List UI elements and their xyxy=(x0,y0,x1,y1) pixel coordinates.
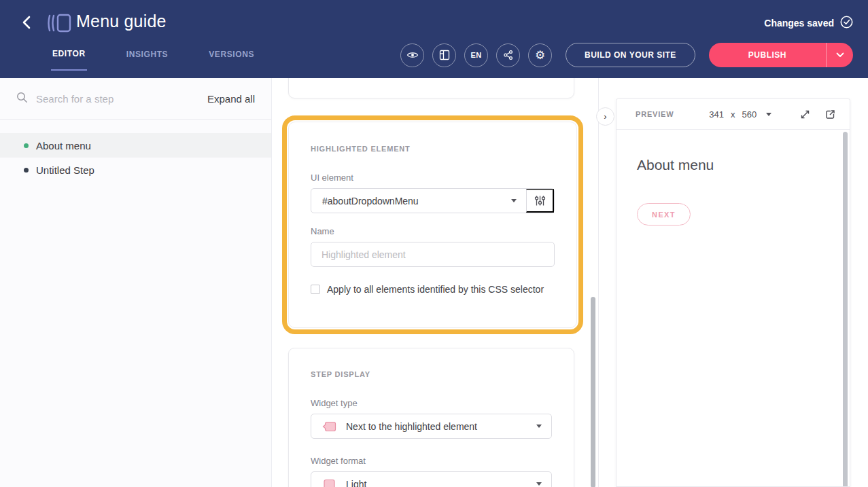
editor-scrollbar[interactable] xyxy=(591,297,595,487)
widget-format-select[interactable]: Light xyxy=(311,471,552,487)
preview-header: PREVIEW 341 x 560 xyxy=(617,99,850,130)
app-header: Menu guide Changes saved EDITOR INSIGHTS… xyxy=(0,0,868,78)
share-icon[interactable] xyxy=(496,43,520,67)
gear-icon[interactable]: ⚙ xyxy=(528,43,552,67)
save-status: Changes saved xyxy=(764,16,853,31)
previous-settings-card xyxy=(288,78,574,98)
step-list: About menu Untitled Step xyxy=(0,120,271,182)
widget-format-label: Widget format xyxy=(311,456,552,466)
language-button[interactable]: EN xyxy=(464,43,488,67)
chevron-down-icon xyxy=(536,425,542,428)
highlighted-element-card: HIGHLIGHTED ELEMENT UI element #aboutDro… xyxy=(288,122,577,328)
step-status-dot xyxy=(24,143,29,148)
expand-all-button[interactable]: Expand all xyxy=(207,93,255,105)
step-status-dot xyxy=(24,168,29,173)
ui-element-label: UI element xyxy=(311,173,555,183)
apply-all-checkbox-row[interactable]: Apply to all elements identified by this… xyxy=(311,284,555,295)
preview-panel: PREVIEW 341 x 560 About menu xyxy=(616,98,850,487)
widget-format-icon xyxy=(322,477,336,487)
preview-label: PREVIEW xyxy=(636,110,674,118)
chevron-down-icon xyxy=(766,113,771,116)
preview-step-title: About menu xyxy=(637,157,714,173)
widget-type-value: Next to the highlighted element xyxy=(346,421,477,432)
save-status-text: Changes saved xyxy=(764,18,834,29)
preview-scrollbar[interactable] xyxy=(843,132,848,486)
step-item-about-menu[interactable]: About menu xyxy=(0,133,271,158)
preview-eye-icon[interactable] xyxy=(400,43,424,67)
sliders-icon xyxy=(534,195,546,206)
apply-all-checkbox-label: Apply to all elements identified by this… xyxy=(327,284,544,295)
open-external-icon[interactable] xyxy=(824,109,836,120)
step-item-untitled[interactable]: Untitled Step xyxy=(0,158,271,182)
name-label: Name xyxy=(311,226,555,236)
preview-height: 560 xyxy=(742,109,757,120)
dimension-separator: x xyxy=(731,109,735,120)
layout-icon[interactable] xyxy=(432,43,456,67)
widget-format-value: Light xyxy=(346,479,366,487)
main-area: Expand all About menu Untitled Step HIGH… xyxy=(0,78,868,487)
tab-insights[interactable]: INSIGHTS xyxy=(125,49,169,71)
tab-editor[interactable]: EDITOR xyxy=(51,49,87,71)
header-controls: EN ⚙ BUILD ON YOUR SITE PUBLISH xyxy=(400,43,853,67)
preview-region: › PREVIEW 341 x 560 xyxy=(598,78,868,487)
ui-element-select: #aboutDropdownMenu xyxy=(311,188,555,213)
collapse-panel-icon[interactable]: › xyxy=(596,107,614,126)
section-heading: HIGHLIGHTED ELEMENT xyxy=(311,145,555,153)
publish-button[interactable]: PUBLISH xyxy=(709,43,826,67)
step-settings-panel: HIGHLIGHTED ELEMENT UI element #aboutDro… xyxy=(272,78,598,487)
guide-logo-icon xyxy=(46,12,73,37)
preview-dimensions-select[interactable]: 341 x 560 xyxy=(709,109,771,120)
element-name-input[interactable] xyxy=(311,242,555,267)
step-search-row: Expand all xyxy=(0,78,271,120)
ui-element-select-value[interactable]: #aboutDropdownMenu xyxy=(311,189,511,213)
tooltip-widget-icon xyxy=(322,420,336,433)
preview-next-button[interactable]: NEXT xyxy=(637,203,691,226)
widget-type-label: Widget type xyxy=(311,398,552,408)
check-circle-icon xyxy=(840,16,853,31)
editor-tabs: EDITOR INSIGHTS VERSIONS xyxy=(51,49,256,71)
steps-sidebar: Expand all About menu Untitled Step xyxy=(0,78,272,487)
publish-split-button: PUBLISH xyxy=(709,43,853,67)
chevron-down-icon xyxy=(511,199,517,202)
page-title: Menu guide xyxy=(76,12,167,31)
publish-chevron-down-icon[interactable] xyxy=(826,43,853,67)
section-heading: STEP DISPLAY xyxy=(311,370,552,378)
preview-viewport: About menu NEXT xyxy=(617,130,850,486)
step-label: Untitled Step xyxy=(36,164,94,176)
build-on-site-button[interactable]: BUILD ON YOUR SITE xyxy=(566,43,695,67)
highlighted-element-card-ring: HIGHLIGHTED ELEMENT UI element #aboutDro… xyxy=(282,115,583,334)
chevron-down-icon xyxy=(536,482,542,486)
search-input[interactable] xyxy=(36,93,207,105)
expand-preview-icon[interactable] xyxy=(799,109,811,120)
search-icon xyxy=(16,92,28,106)
widget-type-select[interactable]: Next to the highlighted element xyxy=(311,414,552,439)
step-label: About menu xyxy=(36,140,91,151)
selector-settings-button[interactable] xyxy=(526,189,554,213)
back-icon[interactable] xyxy=(18,14,37,33)
preview-width: 341 xyxy=(709,109,724,120)
tab-versions[interactable]: VERSIONS xyxy=(207,49,256,71)
apply-all-checkbox[interactable] xyxy=(311,285,320,294)
step-display-card: STEP DISPLAY Widget type Next to the hig… xyxy=(288,348,574,487)
